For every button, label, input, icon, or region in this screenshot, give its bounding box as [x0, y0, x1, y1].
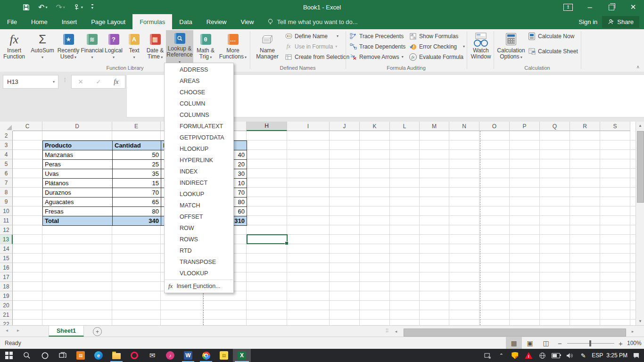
- table-cell-E10[interactable]: 80: [113, 207, 161, 216]
- menu-item-insert-function[interactable]: fx Insert Function...: [165, 280, 233, 292]
- table-cell-D8[interactable]: Duraznos: [43, 188, 113, 197]
- column-header-L[interactable]: L: [390, 122, 420, 131]
- horizontal-scroll-thumb[interactable]: [404, 329, 626, 337]
- recently-used-button[interactable]: ★ Recently Used: [56, 30, 81, 65]
- menu-item-match[interactable]: MATCH: [165, 200, 233, 211]
- zoom-in-button[interactable]: +: [619, 337, 623, 349]
- share-button[interactable]: Share: [602, 16, 639, 28]
- row-header-6[interactable]: 6: [0, 169, 13, 178]
- hscroll-right-arrow[interactable]: ▸: [628, 327, 637, 336]
- row-header-13[interactable]: 13: [0, 235, 13, 244]
- volume-icon[interactable]: [564, 353, 575, 359]
- table-cell-E7[interactable]: 15: [113, 179, 161, 188]
- taskbar-edge-icon[interactable]: e: [90, 349, 107, 362]
- taskbar-document-app-icon[interactable]: ▤: [72, 349, 90, 362]
- table-cell-D7[interactable]: Plátanos: [43, 179, 113, 188]
- row-header-12[interactable]: 12: [0, 225, 13, 235]
- close-button[interactable]: ✕: [622, 0, 644, 14]
- column-header-S[interactable]: S: [600, 122, 630, 131]
- normal-view-button[interactable]: ▦: [506, 337, 522, 349]
- tab-home[interactable]: Home: [24, 14, 55, 29]
- remove-arrows-button[interactable]: Remove Arrows▾: [349, 52, 404, 62]
- clock[interactable]: 3:25 PM: [606, 352, 627, 359]
- taskbar-search-icon[interactable]: [18, 349, 36, 362]
- taskbar-word-icon[interactable]: W: [179, 349, 197, 362]
- row-header-19[interactable]: 19: [0, 291, 13, 301]
- customize-qat-button[interactable]: ▾: [91, 4, 93, 10]
- taskbar-sticky-notes-icon[interactable]: ▤: [215, 349, 233, 362]
- show-formulas-button[interactable]: 15fx Show Formulas: [409, 31, 458, 41]
- zoom-level[interactable]: 100%: [627, 337, 642, 349]
- table-cell-D4[interactable]: Manzanas: [43, 150, 113, 160]
- row-header-9[interactable]: 9: [0, 197, 13, 206]
- calculation-options-button[interactable]: Calculation Options: [496, 30, 526, 65]
- grid-body[interactable]: ProductoCantidadPManzanas5040Peras2520Uv…: [13, 131, 636, 325]
- page-layout-view-button[interactable]: ▣: [522, 337, 538, 349]
- table-cell-D11[interactable]: Total: [43, 216, 113, 226]
- row-header-2[interactable]: 2: [0, 131, 13, 140]
- previous-sheet-arrow[interactable]: ◂: [6, 328, 8, 333]
- row-header-10[interactable]: 10: [0, 206, 13, 216]
- tab-scroll-divider[interactable]: ⁞⁞: [386, 328, 388, 333]
- text-button[interactable]: A Text: [124, 30, 144, 65]
- zoom-slider-thumb[interactable]: [589, 340, 591, 346]
- menu-item-indirect[interactable]: INDIRECT: [165, 177, 233, 189]
- menu-item-rtd[interactable]: RTD: [165, 245, 233, 256]
- select-all-corner[interactable]: [0, 122, 13, 132]
- row-header-18[interactable]: 18: [0, 282, 13, 291]
- column-header-I[interactable]: I: [287, 122, 330, 131]
- menu-item-address[interactable]: ADDRESS: [165, 64, 233, 75]
- table-cell-D5[interactable]: Peras: [43, 160, 113, 169]
- action-center-icon[interactable]: [631, 353, 641, 359]
- tab-data[interactable]: Data: [172, 14, 199, 29]
- math-trig-button[interactable]: θ Math & Trig: [193, 30, 218, 65]
- row-header-4[interactable]: 4: [0, 150, 13, 159]
- vertical-scrollbar[interactable]: ▲ ▼: [636, 122, 644, 325]
- row-header-16[interactable]: 16: [0, 263, 13, 272]
- date-time-button[interactable]: ▦ Date & Time: [144, 30, 166, 65]
- enter-icon[interactable]: ✓: [96, 78, 101, 85]
- menu-item-formulatext[interactable]: FORMULATEXT: [165, 121, 233, 132]
- menu-item-choose[interactable]: CHOOSE: [165, 87, 233, 98]
- tab-view[interactable]: View: [233, 14, 261, 29]
- column-header-C[interactable]: C: [13, 122, 42, 131]
- taskbar-cortana-icon[interactable]: [36, 349, 54, 362]
- trace-dependents-button[interactable]: Trace Dependents: [349, 41, 405, 51]
- tab-file[interactable]: File: [0, 14, 24, 29]
- menu-item-transpose[interactable]: TRANSPOSE: [165, 256, 233, 268]
- table-cell-E4[interactable]: 50: [113, 150, 161, 160]
- column-header-E[interactable]: E: [112, 122, 161, 131]
- financial-button[interactable]: ≋ Financial: [81, 30, 103, 65]
- column-header-M[interactable]: M: [420, 122, 449, 131]
- taskbar-task-view-icon[interactable]: [54, 349, 72, 362]
- column-header-Q[interactable]: Q: [540, 122, 570, 131]
- menu-item-column[interactable]: COLUMN: [165, 98, 233, 109]
- table-cell-E5[interactable]: 25: [113, 160, 161, 169]
- table-cell-D9[interactable]: Aguacates: [43, 197, 113, 207]
- save-button[interactable]: [23, 4, 30, 11]
- scroll-up-arrow[interactable]: ▲: [636, 122, 644, 130]
- menu-item-vlookup[interactable]: VLOOKUP: [165, 268, 233, 279]
- define-name-button[interactable]: Define Name▾: [285, 31, 339, 41]
- warning-icon[interactable]: !: [523, 352, 534, 359]
- watch-window-button[interactable]: Watch Window: [469, 30, 493, 65]
- taskbar-mail-icon[interactable]: ✉: [143, 349, 161, 362]
- row-header-17[interactable]: 17: [0, 272, 13, 282]
- restore-button[interactable]: [601, 0, 622, 14]
- column-header-P[interactable]: P: [510, 122, 540, 131]
- menu-item-columns[interactable]: COLUMNS: [165, 109, 233, 121]
- language-indicator[interactable]: ESP: [592, 352, 603, 359]
- evaluate-formula-button[interactable]: fx Evaluate Formula: [409, 52, 463, 62]
- table-cell-D10[interactable]: Fresas: [43, 207, 113, 216]
- row-header-21[interactable]: 21: [0, 310, 13, 320]
- name-box-dropdown-arrow[interactable]: ▾: [46, 80, 58, 84]
- battery-icon[interactable]: [551, 353, 561, 358]
- name-box[interactable]: H13 ▾: [3, 75, 58, 89]
- error-checking-button[interactable]: Error Checking▾: [409, 41, 465, 51]
- column-header-K[interactable]: K: [360, 122, 390, 131]
- taskbar-file-explorer-icon[interactable]: [107, 349, 125, 362]
- redo-button[interactable]: ↷▾: [56, 3, 65, 12]
- row-header-22[interactable]: 22: [0, 320, 13, 325]
- menu-item-offset[interactable]: OFFSET: [165, 211, 233, 222]
- table-cell-E11[interactable]: 340: [113, 216, 161, 226]
